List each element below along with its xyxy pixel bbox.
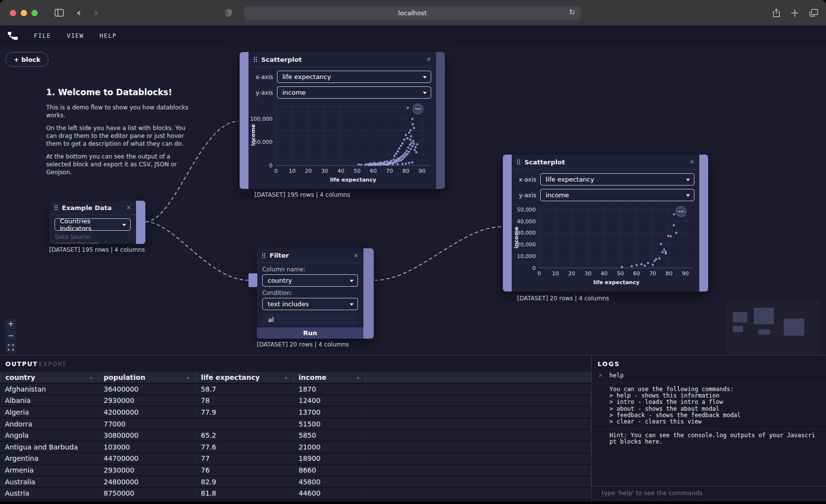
logs-title: LOGS bbox=[592, 355, 826, 368]
scatter-chart-1: 0102030405060708090050,000100,000life ex… bbox=[248, 101, 437, 184]
reload-icon[interactable]: ↻ bbox=[569, 8, 575, 17]
table-cell: Albania bbox=[0, 396, 98, 406]
table-header-row: country▲population▲life expectancy▲incom… bbox=[0, 372, 591, 384]
block-header[interactable]: Example Data ✕ bbox=[49, 201, 136, 215]
condition-label: Condition: bbox=[262, 290, 358, 296]
table-cell: Andorra bbox=[0, 419, 98, 429]
close-window-button[interactable] bbox=[10, 10, 16, 16]
share-icon[interactable] bbox=[772, 8, 780, 18]
svg-text:income: income bbox=[513, 227, 520, 249]
tab-overview-icon[interactable] bbox=[809, 9, 818, 17]
zoom-window-button[interactable] bbox=[31, 10, 38, 16]
table-cell: 5850 bbox=[293, 430, 365, 441]
table-row: Antigua and Barbuda10300077.621000 bbox=[0, 442, 591, 453]
table-row: Albania29300007812400 bbox=[0, 396, 591, 407]
y-axis-select[interactable]: income bbox=[277, 86, 431, 99]
y-axis-label: y-axis bbox=[517, 192, 536, 199]
scatterplot-block-1[interactable]: Scatterplot ✕ x-axis life expectancy y-a… bbox=[240, 52, 445, 189]
scatterplot-block-2[interactable]: Scatterplot ✕ x-axis life expectancy y-a… bbox=[503, 155, 708, 292]
y-axis-label: y-axis bbox=[253, 89, 273, 96]
x-axis-select[interactable]: life expectancy bbox=[277, 71, 431, 83]
dataset-select-value: Countries Indicators bbox=[60, 217, 119, 232]
minimap-block bbox=[733, 326, 743, 332]
menu-help[interactable]: HELP bbox=[100, 32, 117, 39]
address-bar[interactable]: localhost ↻ bbox=[244, 6, 581, 20]
flow-editor-canvas[interactable]: + block 1. Welcome to Datablocks! This i… bbox=[0, 46, 826, 355]
privacy-shield-icon[interactable] bbox=[225, 9, 232, 17]
minimap[interactable] bbox=[726, 300, 820, 354]
svg-text:70: 70 bbox=[386, 168, 393, 174]
svg-text:40: 40 bbox=[601, 270, 607, 277]
block-header[interactable]: Scatterplot ✕ bbox=[248, 52, 436, 67]
output-port-bar[interactable] bbox=[436, 52, 445, 189]
svg-text:life expectancy: life expectancy bbox=[593, 279, 639, 286]
filter-block[interactable]: Filter ✕ Column name: country Condition:… bbox=[257, 248, 374, 339]
column-header[interactable]: country▲ bbox=[0, 372, 98, 383]
dataset-select[interactable]: Countries Indicators bbox=[55, 218, 131, 231]
close-icon[interactable]: ✕ bbox=[126, 204, 131, 211]
svg-text:50: 50 bbox=[617, 270, 624, 277]
sort-arrow-icon[interactable]: ▲ bbox=[285, 375, 287, 379]
svg-text:0: 0 bbox=[532, 265, 536, 271]
datablocks-logo-icon[interactable] bbox=[7, 31, 18, 40]
add-block-button[interactable]: + block bbox=[5, 52, 49, 67]
output-port-bar[interactable] bbox=[699, 155, 708, 292]
block-header[interactable]: Filter ✕ bbox=[257, 248, 363, 263]
menu-file[interactable]: FILE bbox=[34, 32, 51, 39]
output-port-bar[interactable] bbox=[363, 248, 374, 339]
menu-view[interactable]: VIEW bbox=[67, 32, 84, 39]
new-tab-icon[interactable] bbox=[791, 9, 798, 17]
close-icon[interactable]: ✕ bbox=[354, 252, 358, 259]
drag-handle-icon[interactable] bbox=[262, 253, 266, 259]
condition-select-value: text includes bbox=[268, 300, 309, 308]
zoom-in-button[interactable]: + bbox=[5, 318, 16, 329]
tab-export[interactable]: EXPORT bbox=[39, 361, 66, 368]
welcome-paragraph: On the left side you have a list with bl… bbox=[46, 124, 196, 148]
close-icon[interactable]: ✕ bbox=[426, 56, 431, 63]
forward-button[interactable]: › bbox=[94, 7, 98, 18]
tab-output[interactable]: OUTPUT bbox=[5, 360, 38, 368]
sort-arrow-icon[interactable]: ▲ bbox=[187, 375, 190, 379]
x-axis-value: life expectancy bbox=[282, 73, 331, 80]
output-port-bar[interactable] bbox=[136, 201, 145, 244]
svg-text:80: 80 bbox=[402, 168, 409, 174]
connector-filter-scatterplot2 bbox=[375, 227, 502, 280]
sort-arrow-icon[interactable]: ▲ bbox=[357, 375, 359, 379]
filter-input-port[interactable] bbox=[248, 273, 257, 287]
cell-spacer bbox=[365, 419, 591, 429]
condition-select[interactable]: text includes bbox=[262, 298, 358, 310]
column-header[interactable]: population▲ bbox=[98, 372, 195, 383]
table-cell: Australia bbox=[0, 477, 98, 487]
table-row: Afghanistan3640000058.71870 bbox=[0, 384, 591, 396]
log-command-input[interactable] bbox=[592, 489, 826, 497]
fit-view-button[interactable] bbox=[5, 342, 16, 353]
example-data-block[interactable]: Example Data ✕ Countries Indicators Data… bbox=[49, 201, 145, 244]
drag-handle-icon[interactable] bbox=[54, 205, 58, 211]
zoom-out-button[interactable]: − bbox=[5, 330, 16, 341]
column-header[interactable]: life expectancy▲ bbox=[195, 372, 293, 383]
column-select[interactable]: country bbox=[262, 274, 358, 287]
input-port-bar[interactable] bbox=[240, 52, 248, 189]
column-header[interactable]: income▲ bbox=[293, 372, 365, 383]
ellipsis-menu-button[interactable] bbox=[413, 104, 423, 114]
drag-handle-icon[interactable] bbox=[253, 56, 257, 62]
ellipsis-menu-button[interactable] bbox=[676, 206, 687, 217]
y-axis-select[interactable]: income bbox=[540, 189, 694, 201]
dataset-caption: [DATASET] 20 rows | 4 columns bbox=[517, 295, 609, 302]
x-axis-select[interactable]: life expectancy bbox=[540, 173, 694, 186]
back-button[interactable]: ‹ bbox=[77, 7, 81, 18]
sidebar-toggle-icon[interactable] bbox=[55, 9, 64, 17]
input-port-bar[interactable] bbox=[503, 155, 512, 292]
y-axis-value: income bbox=[282, 89, 306, 96]
filter-query-input[interactable] bbox=[262, 314, 358, 325]
close-icon[interactable]: ✕ bbox=[689, 159, 694, 165]
log-line: > about - shows the about modal bbox=[609, 406, 826, 412]
run-button[interactable]: Run bbox=[257, 327, 363, 339]
log-entry-prompt: > help bbox=[592, 368, 826, 383]
minimize-window-button[interactable] bbox=[21, 10, 27, 16]
block-title: Filter bbox=[270, 252, 289, 259]
sort-arrow-icon[interactable]: ▲ bbox=[90, 375, 92, 379]
table-cell: Antigua and Barbuda bbox=[0, 442, 98, 452]
block-header[interactable]: Scatterplot ✕ bbox=[512, 155, 699, 170]
drag-handle-icon[interactable] bbox=[517, 159, 521, 165]
